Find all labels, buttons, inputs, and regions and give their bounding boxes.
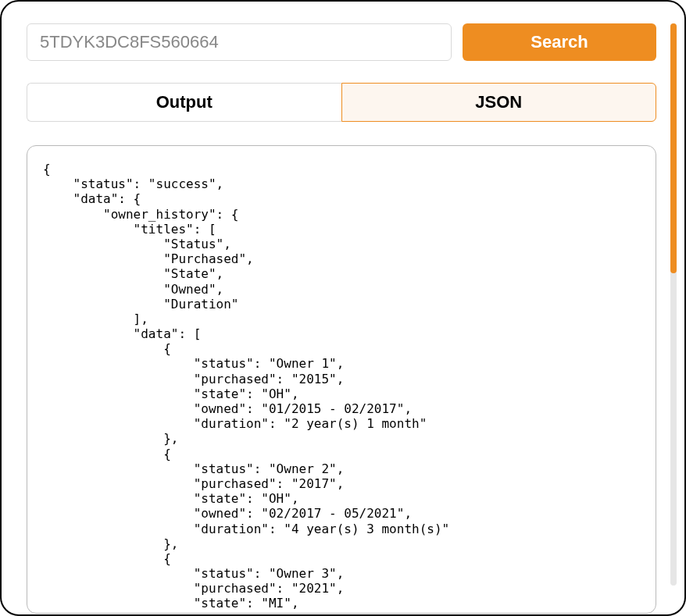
scrollbar-thumb[interactable]: [670, 23, 677, 273]
app-window: Search Output JSON { "status": "success"…: [0, 0, 686, 616]
json-output-box: { "status": "success", "data": { "owner_…: [27, 145, 656, 614]
tab-json[interactable]: JSON: [341, 83, 657, 122]
tabs-row: Output JSON: [27, 83, 656, 122]
scrollbar-track[interactable]: [670, 23, 677, 586]
content-area: Search Output JSON { "status": "success"…: [2, 2, 663, 614]
search-button[interactable]: Search: [463, 23, 656, 61]
vin-search-input[interactable]: [27, 23, 452, 61]
search-bar-row: Search: [27, 23, 656, 61]
json-output-text: { "status": "success", "data": { "owner_…: [43, 162, 640, 611]
tab-output[interactable]: Output: [27, 83, 341, 122]
